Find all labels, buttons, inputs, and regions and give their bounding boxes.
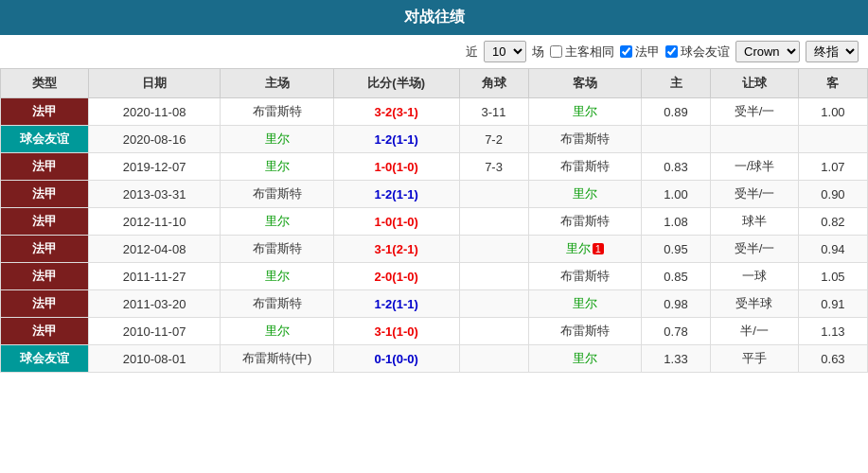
table-row: 法甲2019-12-07里尔1-0(1-0)7-3布雷斯特0.83一/球半1.0… [1,153,868,181]
rang-cell: 半/一 [711,318,799,345]
home-cell: 里尔 [221,126,333,153]
away-cell: 布雷斯特 [528,208,641,236]
corner-cell [459,181,528,208]
away-cell: 布雷斯特 [528,318,641,345]
type-cell: 法甲 [1,98,89,126]
rang-cell: 受半球 [711,290,799,318]
recent-select[interactable]: 10 [484,41,526,62]
away-badge: 1 [593,243,604,254]
rang-cell: 受半/一 [711,181,799,208]
score-cell: 1-0(1-0) [333,153,459,181]
ke-cell [798,126,867,153]
type-cell: 法甲 [1,181,89,208]
away-cell: 里尔 [528,181,641,208]
home-cell: 布雷斯特 [221,290,333,318]
th-home: 主场 [221,69,333,98]
away-cell: 里尔1 [528,236,641,263]
score-cell: 3-2(3-1) [333,98,459,126]
corner-cell: 7-3 [459,153,528,181]
zhu-cell: 0.95 [642,236,711,263]
date-cell: 2020-11-08 [88,98,220,126]
score-cell: 2-0(1-0) [333,263,459,290]
main-container: 对战往绩 近 10 场 主客相同 法甲 球会友谊 Crown 终指 类型 [0,0,868,373]
friendly-checkbox[interactable] [665,45,678,58]
corner-cell [459,208,528,236]
ke-cell: 1.00 [798,98,867,126]
th-ke: 客 [798,69,867,98]
unit-label: 场 [532,44,544,61]
th-type: 类型 [1,69,89,98]
home-away-checkbox-label[interactable]: 主客相同 [550,44,614,61]
recent-label: 近 [466,44,478,61]
score-cell: 0-1(0-0) [333,345,459,373]
score-cell: 1-2(1-1) [333,126,459,153]
home-away-label: 主客相同 [565,44,614,61]
lefa-checkbox-label[interactable]: 法甲 [620,44,660,61]
rang-cell: 受半/一 [711,236,799,263]
ke-cell: 1.07 [798,153,867,181]
home-cell: 里尔 [221,318,333,345]
zhu-cell: 0.83 [642,153,711,181]
corner-cell: 7-2 [459,126,528,153]
crown-select[interactable]: Crown [735,41,800,62]
ke-cell: 0.63 [798,345,867,373]
th-rang: 让球 [711,69,799,98]
score-cell: 3-1(1-0) [333,318,459,345]
ke-cell: 0.94 [798,236,867,263]
home-cell: 里尔 [221,153,333,181]
away-cell: 布雷斯特 [528,263,641,290]
away-cell: 布雷斯特 [528,126,641,153]
zhu-cell: 1.33 [642,345,711,373]
table-row: 法甲2012-11-10里尔1-0(1-0)布雷斯特1.08球半0.82 [1,208,868,236]
end-select[interactable]: 终指 [806,41,859,62]
date-cell: 2010-08-01 [88,345,220,373]
table-row: 法甲2010-11-07里尔3-1(1-0)布雷斯特0.78半/一1.13 [1,318,868,345]
date-cell: 2012-11-10 [88,208,220,236]
th-zhu: 主 [642,69,711,98]
home-away-checkbox[interactable] [550,45,562,58]
type-cell: 法甲 [1,263,89,290]
table-row: 球会友谊2020-08-16里尔1-2(1-1)7-2布雷斯特 [1,126,868,153]
rang-cell: 一/球半 [711,153,799,181]
friendly-checkbox-label[interactable]: 球会友谊 [665,44,730,61]
away-cell: 里尔 [528,345,641,373]
score-cell: 1-2(1-1) [333,181,459,208]
type-cell: 球会友谊 [1,126,89,153]
ke-cell: 0.90 [798,181,867,208]
rang-cell [711,126,799,153]
table-row: 法甲2020-11-08布雷斯特3-2(3-1)3-11里尔0.89受半/一1.… [1,98,868,126]
ke-cell: 0.91 [798,290,867,318]
results-table: 类型 日期 主场 比分(半场) 角球 客场 主 让球 客 法甲2020-11-0… [0,68,868,373]
lefa-checkbox[interactable] [620,45,632,58]
date-cell: 2011-03-20 [88,290,220,318]
date-cell: 2011-11-27 [88,263,220,290]
home-cell: 布雷斯特(中) [221,345,333,373]
friendly-label: 球会友谊 [681,44,730,61]
page-title: 对战往绩 [0,0,868,35]
rang-cell: 受半/一 [711,98,799,126]
score-cell: 3-1(2-1) [333,236,459,263]
ke-cell: 1.05 [798,263,867,290]
date-cell: 2013-03-31 [88,181,220,208]
zhu-cell: 0.85 [642,263,711,290]
rang-cell: 平手 [711,345,799,373]
filter-bar: 近 10 场 主客相同 法甲 球会友谊 Crown 终指 [0,35,868,68]
away-cell: 里尔 [528,98,641,126]
zhu-cell: 1.08 [642,208,711,236]
corner-cell [459,345,528,373]
table-row: 法甲2011-03-20布雷斯特1-2(1-1)里尔0.98受半球0.91 [1,290,868,318]
zhu-cell [642,126,711,153]
type-cell: 球会友谊 [1,345,89,373]
date-cell: 2019-12-07 [88,153,220,181]
lefa-label: 法甲 [635,44,660,61]
away-cell: 布雷斯特 [528,153,641,181]
corner-cell: 3-11 [459,98,528,126]
home-cell: 布雷斯特 [221,98,333,126]
corner-cell [459,290,528,318]
zhu-cell: 0.78 [642,318,711,345]
type-cell: 法甲 [1,318,89,345]
ke-cell: 0.82 [798,208,867,236]
score-cell: 1-0(1-0) [333,208,459,236]
home-cell: 里尔 [221,208,333,236]
corner-cell [459,263,528,290]
